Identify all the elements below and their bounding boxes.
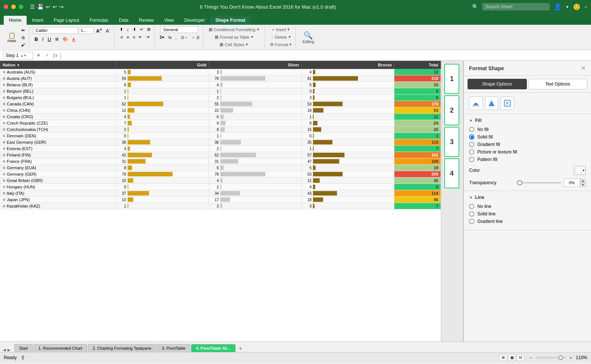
bronze-header[interactable]: Bronze [302,61,394,69]
transparency-up-button[interactable]: ▲ [580,179,586,183]
sheet-tab-start[interactable]: Start [14,344,33,352]
font-color-button[interactable]: A [71,36,76,43]
align-middle-button[interactable]: ↕ [125,26,131,33]
solid-fill-option[interactable]: Solid fill [469,134,586,140]
expand-row-icon[interactable]: ⊞ [3,153,6,157]
chevron-down-icon[interactable]: ▼ [565,5,569,9]
tab-formulas[interactable]: Formulas [84,16,114,25]
tab-shape-format[interactable]: Shape Format [210,16,251,25]
zoom-in-button[interactable]: + [568,355,573,361]
expand-row-icon[interactable]: ⊞ [3,134,6,138]
fill-effects-icon-button[interactable] [469,96,483,110]
transparency-down-button[interactable]: ▼ [580,183,586,187]
no-fill-option[interactable]: No fill [469,127,586,132]
minimize-window-button[interactable] [11,5,16,9]
font-size-input[interactable]: 1... [79,27,94,34]
expand-row-icon[interactable]: ⊞ [3,77,6,80]
formula-input[interactable] [63,53,588,58]
currency-button[interactable]: $▾ [158,34,166,41]
tab-insert[interactable]: Insert [27,16,48,25]
redo-icon[interactable]: ↪ [59,4,64,10]
borders-button[interactable]: ⊞ [54,36,60,43]
total-header[interactable]: Total [394,61,441,69]
insert-button[interactable]: + Insert ▾ [270,26,291,33]
page-break-icon[interactable]: ⇳ [21,355,25,361]
tab-home[interactable]: Home [4,16,27,25]
sheet-tab-3[interactable]: 3. PivotTable [157,344,190,352]
fill-color-button[interactable]: 🎨 [61,36,69,43]
color-picker-button[interactable]: ▾ [574,166,586,175]
zoom-out-button[interactable]: − [528,355,533,361]
decrease-decimal-button[interactable]: ←.0 [190,34,201,41]
zoom-slider[interactable] [536,357,566,358]
align-center-button[interactable]: ≡ [125,34,131,40]
save-icon[interactable]: 💾 [37,4,44,10]
expand-icon[interactable]: ⤢ [584,5,587,9]
cell-styles-button[interactable]: ▦ Cell Styles ▾ [218,41,250,48]
align-top-button[interactable]: ⬆ [118,26,125,33]
slider-thumb[interactable] [517,180,522,185]
close-panel-button[interactable]: ✕ [581,65,586,72]
tab-data[interactable]: Data [114,16,134,25]
expand-row-icon[interactable]: ⊞ [3,191,6,195]
tab-developer[interactable]: Developer [179,16,210,25]
cut-button[interactable]: ✂ [20,27,27,34]
sidebar-icon[interactable]: ☰ [30,4,35,10]
search-icon[interactable]: 🔍 [472,4,478,10]
expand-row-icon[interactable]: ⊞ [3,140,6,144]
gradient-fill-radio[interactable] [469,142,474,147]
numbered-item-4[interactable]: 4 [444,158,459,188]
emoji-icon[interactable]: 🙂 [573,3,580,11]
copy-button[interactable]: ⧉ [20,35,27,41]
tab-view[interactable]: View [159,16,179,25]
align-right-button[interactable]: ≡ [131,34,137,40]
expand-row-icon[interactable]: ⊞ [3,70,6,74]
underline-button[interactable]: U [46,36,53,43]
expand-row-icon[interactable]: ⊞ [3,115,6,119]
search-input[interactable] [482,3,550,11]
increase-indent-button[interactable]: ⇥ [144,34,151,40]
gold-header[interactable]: Gold [116,61,209,69]
increase-font-button[interactable]: A+ [95,26,104,35]
pattern-fill-option[interactable]: Pattern fill [469,157,586,162]
undo2-icon[interactable]: ↩ [53,4,57,10]
solid-fill-radio[interactable] [469,134,474,140]
shape-options-tab[interactable]: Shape Options [468,79,527,89]
format-button[interactable]: ⊞ Format ▾ [269,41,293,48]
percent-button[interactable]: % [167,34,173,41]
add-sheet-button[interactable]: + [236,345,244,352]
conditional-formatting-button[interactable]: ▦ Conditional Formatting ▾ [207,26,261,33]
format-painter-button[interactable]: 🖌 [20,42,27,48]
decrease-indent-button[interactable]: ⇤ [137,34,144,40]
pattern-fill-radio[interactable] [469,157,474,162]
expand-row-icon[interactable]: ⊞ [3,179,6,182]
delete-button[interactable]: − Delete ▾ [269,34,292,40]
undo-icon[interactable]: ↩ [46,4,50,10]
text-options-tab[interactable]: Text Options [528,79,588,89]
expand-row-icon[interactable]: ⊞ [3,185,6,189]
expand-row-icon[interactable]: ⊞ [3,96,6,99]
normal-view-button[interactable]: ⊞ [499,354,507,361]
no-line-radio[interactable] [469,204,474,209]
gradient-line-option[interactable]: Gradient line [469,219,586,224]
effects-icon-button[interactable] [501,96,514,110]
italic-button[interactable]: I [41,36,45,43]
numbered-item-3[interactable]: 3 [444,127,459,157]
expand-row-icon[interactable]: ⊞ [3,204,6,208]
expand-row-icon[interactable]: ⊞ [3,83,6,87]
no-fill-radio[interactable] [469,127,474,132]
expand-row-icon[interactable]: ⊞ [3,108,6,112]
align-left-button[interactable]: ≡ [119,34,124,40]
expand-row-icon[interactable]: ⊞ [3,166,6,170]
merge-button[interactable]: ⊞ [146,26,152,33]
maximize-window-button[interactable] [19,5,23,9]
no-line-option[interactable]: No line [469,204,586,209]
page-layout-view-button[interactable]: ▦ [508,354,516,361]
cell-ref-arrows[interactable]: ▲▼ [20,54,27,57]
expand-row-icon[interactable]: ⊞ [3,102,6,106]
page-break-view-button[interactable]: ⊟ [517,354,524,361]
fill-triangle-icon[interactable]: ▼ [469,119,473,123]
solid-line-radio[interactable] [469,211,474,217]
cancel-formula-button[interactable]: ✕ [35,52,42,59]
gradient-line-radio[interactable] [469,219,474,224]
